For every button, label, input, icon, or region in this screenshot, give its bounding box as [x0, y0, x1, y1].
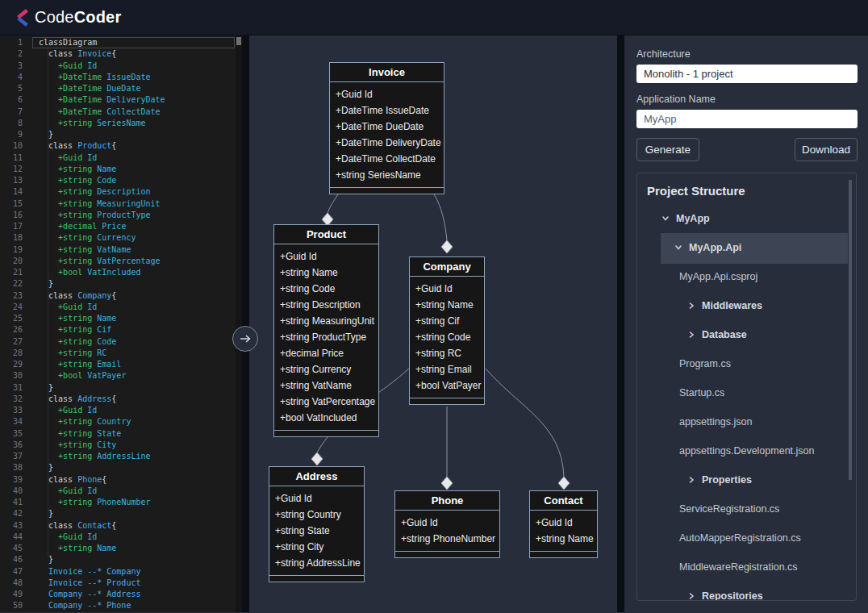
code-line-49[interactable]: 49 Company --* Address: [0, 589, 242, 600]
tree-item-appsettings-development-json[interactable]: appsettings.Development.json: [637, 436, 856, 465]
code-text: +string PhoneNumber: [23, 497, 151, 508]
code-line-10[interactable]: 10 class Product{: [0, 140, 242, 152]
code-line-14[interactable]: 14 +string Description: [0, 186, 242, 198]
class-box-contact[interactable]: Contact+Guid Id+string Name: [529, 490, 598, 558]
code-line-13[interactable]: 13 +string Code: [0, 175, 242, 186]
code-line-22[interactable]: 22 }: [0, 278, 242, 290]
tree-item-myapp-api[interactable]: MyApp.Api: [637, 233, 856, 262]
code-line-3[interactable]: 3 +Guid Id: [0, 60, 242, 72]
settings-panel: Architecture Monolith - 1 project Applic…: [624, 35, 868, 612]
code-line-26[interactable]: 26 +string Cif: [0, 324, 242, 336]
code-line-41[interactable]: 41 +string PhoneNumber: [0, 497, 242, 508]
code-line-28[interactable]: 28 +string RC: [0, 348, 242, 359]
line-number: 5: [0, 83, 23, 94]
project-structure-card: Project Structure MyAppMyApp.ApiMyApp.Ap…: [636, 173, 857, 601]
line-number: 6: [0, 94, 23, 106]
code-line-2[interactable]: 2 class Invoice{: [0, 48, 242, 60]
code-line-12[interactable]: 12 +string Name: [0, 164, 242, 175]
code-line-48[interactable]: 48 Invoice --* Product: [0, 578, 242, 589]
download-button[interactable]: Download: [795, 138, 858, 161]
code-line-30[interactable]: 30 +bool VatPayer: [0, 370, 242, 382]
code-line-38[interactable]: 38 }: [0, 462, 242, 473]
code-text: +DateTime IssueDate: [23, 72, 151, 83]
code-line-4[interactable]: 4 +DateTime IssueDate: [0, 72, 242, 83]
line-number: 25: [0, 313, 23, 324]
code-line-46[interactable]: 46 }: [0, 554, 242, 565]
line-number: 12: [0, 164, 23, 175]
code-line-11[interactable]: 11 +Guid Id: [0, 152, 242, 164]
line-number: 48: [0, 578, 23, 589]
architecture-select[interactable]: Monolith - 1 project: [636, 65, 858, 83]
tree-item-program-cs[interactable]: Program.cs: [637, 349, 856, 378]
code-line-23[interactable]: 23 class Company{: [0, 290, 242, 302]
code-line-20[interactable]: 20 +string VatPercentage: [0, 256, 242, 267]
arrow-right-icon: [239, 334, 252, 344]
editor-scrollbar-thumb[interactable]: [236, 37, 241, 45]
tree-item-database[interactable]: Database: [637, 320, 856, 349]
tree-item-myapp-api-csproj[interactable]: MyApp.Api.csproj: [637, 262, 856, 291]
class-attribute: +string RC: [415, 345, 478, 361]
class-box-product[interactable]: Product+Guid Id+string Name+string Code+…: [273, 224, 379, 437]
line-number: 32: [0, 394, 23, 405]
tree-item-serviceregistration-cs[interactable]: ServiceRegistration.cs: [637, 494, 856, 523]
code-text: class Phone{: [23, 474, 106, 486]
code-line-29[interactable]: 29 +string Email: [0, 359, 242, 370]
code-line-32[interactable]: 32 class Address{: [0, 394, 242, 405]
application-name-input[interactable]: [636, 110, 858, 128]
code-line-16[interactable]: 16 +string ProductType: [0, 210, 242, 221]
code-line-7[interactable]: 7 +DateTime CollectDate: [0, 106, 242, 118]
code-text: Company --* Address: [23, 589, 140, 600]
class-box-invoice[interactable]: Invoice+Guid Id+DateTime IssueDate+DateT…: [329, 62, 444, 194]
collapse-editor-button[interactable]: [232, 326, 258, 352]
class-attribute: +bool VatPayer: [415, 377, 478, 394]
tree-item-middlewares[interactable]: Middlewares: [637, 291, 856, 320]
code-line-6[interactable]: 6 +DateTime DeliveryDate: [0, 94, 242, 106]
tree-item-appsettings-json[interactable]: appsettings.json: [637, 407, 856, 436]
generate-button[interactable]: Generate: [636, 138, 699, 161]
code-line-34[interactable]: 34 +string Country: [0, 416, 242, 427]
code-editor[interactable]: 1classDiagram2 class Invoice{3 +Guid Id4…: [0, 35, 242, 612]
class-box-company[interactable]: Company+Guid Id+string Name+string Cif+s…: [409, 256, 485, 405]
code-line-44[interactable]: 44 +Guid Id: [0, 532, 242, 543]
tree-item-middlewareregistration-cs[interactable]: MiddlewareRegistration.cs: [637, 553, 856, 582]
tree-item-automapperregistration-cs[interactable]: AutoMapperRegistration.cs: [637, 523, 856, 553]
class-box-address[interactable]: Address+Guid Id+string Country+string St…: [269, 466, 365, 582]
code-line-39[interactable]: 39 class Phone{: [0, 474, 242, 486]
code-line-50[interactable]: 50 Company --* Phone: [0, 600, 242, 611]
code-line-40[interactable]: 40 +Guid Id: [0, 486, 242, 497]
code-text: +Guid Id: [23, 486, 97, 497]
tree-item-startup-cs[interactable]: Startup.cs: [637, 378, 856, 407]
code-line-33[interactable]: 33 +Guid Id: [0, 405, 242, 416]
code-line-47[interactable]: 47 Invoice --* Company: [0, 566, 242, 578]
code-line-43[interactable]: 43 class Contact{: [0, 520, 242, 532]
class-attribute: +string Country: [275, 507, 358, 523]
code-line-8[interactable]: 8 +string SeriesName: [0, 118, 242, 129]
tree-item-repositories[interactable]: Repositories: [637, 582, 856, 601]
class-diagram-canvas[interactable]: Invoice+Guid Id+DateTime IssueDate+DateT…: [249, 35, 617, 612]
code-line-31[interactable]: 31 }: [0, 382, 242, 394]
class-box-phone[interactable]: Phone+Guid Id+string PhoneNumber: [394, 490, 500, 558]
code-line-21[interactable]: 21 +bool VatIncluded: [0, 267, 242, 278]
code-line-25[interactable]: 25 +string Name: [0, 313, 242, 324]
code-line-27[interactable]: 27 +string Code: [0, 336, 242, 348]
tree-item-properties[interactable]: Properties: [637, 465, 856, 494]
code-line-1[interactable]: 1classDiagram: [0, 37, 242, 48]
code-line-5[interactable]: 5 +DateTime DueDate: [0, 83, 242, 94]
code-line-24[interactable]: 24 +Guid Id: [0, 302, 242, 313]
code-line-36[interactable]: 36 +string City: [0, 440, 242, 451]
line-number: 33: [0, 405, 23, 416]
code-line-15[interactable]: 15 +string MeasuringUnit: [0, 198, 242, 210]
code-line-45[interactable]: 45 +string Name: [0, 543, 242, 554]
code-line-37[interactable]: 37 +string AddressLine: [0, 451, 242, 462]
code-line-42[interactable]: 42 }: [0, 508, 242, 519]
tree-item-myapp[interactable]: MyApp: [637, 204, 856, 233]
class-methods-compartment: [274, 430, 378, 436]
code-line-35[interactable]: 35 +string State: [0, 428, 242, 440]
class-attributes: +Guid Id+string Name+string Code+string …: [274, 244, 378, 430]
code-line-9[interactable]: 9 }: [0, 129, 242, 140]
line-number: 50: [0, 600, 23, 611]
editor-scrollbar[interactable]: [236, 35, 242, 612]
code-line-19[interactable]: 19 +string VatName: [0, 244, 242, 256]
code-line-18[interactable]: 18 +string Currency: [0, 232, 242, 244]
code-line-17[interactable]: 17 +decimal Price: [0, 221, 242, 232]
